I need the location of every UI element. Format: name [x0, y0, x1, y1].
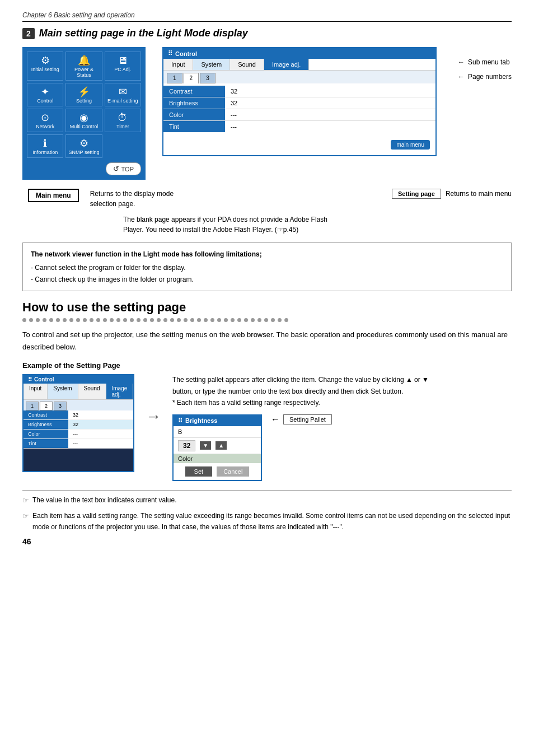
- menu-item-power-status[interactable]: 🔔 Power & Status: [65, 52, 102, 81]
- tint-label: Tint: [163, 121, 225, 132]
- menu-item-email[interactable]: ✉ E-mail setting: [105, 83, 141, 106]
- warning-item-1: - Cannot select the program or folder fo…: [31, 262, 503, 273]
- returns-main-text: Returns to main menu: [446, 190, 512, 198]
- arrow-connector: →: [146, 374, 161, 426]
- example-tab-system[interactable]: System: [48, 384, 78, 399]
- example-color-label: Color: [24, 430, 68, 438]
- menu-item-information[interactable]: ℹ Information: [27, 134, 63, 158]
- pallet-b-label: B: [178, 428, 182, 435]
- menu-item-initial-setting[interactable]: ⚙ Initial setting: [27, 52, 63, 81]
- tab-sound[interactable]: Sound: [230, 59, 264, 70]
- control-header: ⠿ Control: [163, 48, 435, 59]
- example-control-header: ⠿ Control: [24, 375, 133, 384]
- subtab-1[interactable]: 1: [167, 73, 182, 83]
- tab-image-adj[interactable]: Image adj.: [264, 59, 309, 70]
- main-menu-btn[interactable]: main menu: [391, 140, 429, 150]
- row-tint: Tint ---: [163, 121, 435, 132]
- pallet-down-btn[interactable]: ▼: [200, 441, 211, 450]
- left-arrow-icon: ←: [458, 58, 465, 66]
- dots-line: [22, 318, 512, 322]
- setting-pallet-label: Setting Pallet: [283, 414, 332, 424]
- menu-item-multi-control[interactable]: ◉ Multi Control: [65, 109, 102, 132]
- example-tab-input[interactable]: Input: [24, 384, 48, 399]
- top-button[interactable]: ↺ TOP: [106, 162, 141, 175]
- pallet-b-row: B: [174, 426, 261, 438]
- example-subtab-2[interactable]: 2: [40, 402, 53, 410]
- subtab-3[interactable]: 3: [200, 73, 216, 83]
- pallet-area: ⠿ Brightness B 32 ▼ ▲ Color Set Cancel: [172, 414, 512, 481]
- example-title: Example of the Setting Page: [22, 361, 512, 370]
- note-1: ☞ The value in the text box indicates cu…: [22, 495, 512, 507]
- information-icon: ℹ: [43, 138, 47, 148]
- bottom-rule: [22, 490, 512, 491]
- top-button-row: ↺ TOP: [27, 162, 141, 175]
- control-box: ⠿ Control Input System Sound Image adj. …: [162, 47, 437, 156]
- example-row-tint: Tint ---: [24, 439, 133, 449]
- snmp-icon: ⚙: [79, 138, 88, 148]
- pallet-arrow-icon: ←: [271, 414, 280, 424]
- tab-input[interactable]: Input: [163, 59, 193, 70]
- pallet-set-row: Set Cancel: [174, 463, 261, 480]
- example-color-value: ---: [68, 430, 82, 438]
- control-icon: ✦: [41, 87, 49, 97]
- chapter-header: Chapter 6 Basic setting and operation: [22, 11, 512, 22]
- menu-item-control[interactable]: ✦ Control: [27, 83, 63, 106]
- pallet-color-row: Color: [174, 454, 261, 463]
- example-subtab-3[interactable]: 3: [54, 402, 67, 410]
- power-status-icon: 🔔: [78, 55, 90, 66]
- setting-returns-row: Setting page Returns to main menu: [213, 189, 512, 199]
- example-tab-image-adj[interactable]: Image adj.: [106, 384, 134, 399]
- menu-item-pc-adj[interactable]: 🖥 PC Adj.: [105, 52, 141, 81]
- pallet-value[interactable]: 32: [178, 440, 195, 451]
- brightness-label: Brightness: [163, 97, 225, 109]
- menu-grid: ⚙ Initial setting 🔔 Power & Status 🖥 PC …: [27, 52, 141, 158]
- main-menu-box: ⚙ Initial setting 🔔 Power & Status 🖥 PC …: [22, 47, 146, 180]
- example-subtabs: 1 2 3: [24, 400, 133, 410]
- bottom-annot: Main menu Returns to the display mode se…: [22, 189, 512, 209]
- tab-system[interactable]: System: [193, 59, 230, 70]
- refresh-icon: ↺: [113, 165, 119, 173]
- control-panel: ⠿ Control Input System Sound Image adj. …: [162, 47, 437, 180]
- setting-icon: ⚡: [78, 87, 90, 97]
- menu-item-network[interactable]: ⊙ Network: [27, 109, 63, 132]
- row-brightness: Brightness 32: [163, 97, 435, 109]
- example-tint-value: ---: [68, 439, 82, 448]
- setting-page-label: Setting page: [392, 189, 441, 199]
- left-arrow2-icon: ←: [458, 73, 465, 81]
- setting-desc: The setting pallet appears after clickin…: [172, 374, 430, 408]
- example-brightness-value: 32: [68, 420, 83, 429]
- example-row-color: Color ---: [24, 430, 133, 439]
- example-subtab-1[interactable]: 1: [26, 402, 39, 410]
- initial-setting-icon: ⚙: [41, 55, 50, 66]
- row-color: Color ---: [163, 109, 435, 121]
- menu-item-snmp[interactable]: ⚙ SNMP setting: [65, 134, 102, 158]
- pallet-up-btn[interactable]: ▲: [216, 441, 227, 450]
- note2-icon: ☞: [22, 511, 29, 522]
- note-2: ☞ Each item has a valid setting range. T…: [22, 511, 512, 532]
- example-control-panel: ⠿ Control Input System Sound Image adj. …: [22, 374, 134, 472]
- example-grid-icon: ⠿: [28, 376, 32, 382]
- warning-box: The network viewer function in the Light…: [22, 242, 512, 291]
- example-contrast-value: 32: [68, 410, 83, 419]
- warning-title: The network viewer function in the Light…: [31, 249, 503, 260]
- page-numbers-label: ← Page numbers: [458, 73, 512, 81]
- menu-item-setting[interactable]: ⚡ Setting: [65, 83, 102, 106]
- cancel-button[interactable]: Cancel: [217, 466, 249, 477]
- network-icon: ⊙: [41, 113, 49, 123]
- menu-item-timer[interactable]: ⏱ Timer: [105, 109, 141, 132]
- example-tabs: Input System Sound Image adj.: [24, 384, 133, 400]
- row-contrast: Contrast 32: [163, 86, 435, 97]
- example-tab-sound[interactable]: Sound: [78, 384, 106, 399]
- section1-title: 2 Main setting page in the Light Mode di…: [22, 27, 512, 39]
- multi-control-icon: ◉: [79, 113, 88, 123]
- example-contrast-label: Contrast: [24, 410, 68, 419]
- set-button[interactable]: Set: [185, 466, 213, 477]
- sub-menu-tab-label: ← Sub menu tab: [458, 58, 512, 66]
- section2-title: How to use the setting page: [22, 300, 512, 315]
- example-brightness-label: Brightness: [24, 420, 68, 429]
- pc-adj-icon: 🖥: [118, 55, 128, 66]
- flash-note: The blank page appears if your PDA does …: [123, 214, 336, 235]
- example-right: The setting pallet appears after clickin…: [172, 374, 512, 480]
- subtab-2[interactable]: 2: [184, 73, 199, 83]
- color-label: Color: [163, 109, 225, 120]
